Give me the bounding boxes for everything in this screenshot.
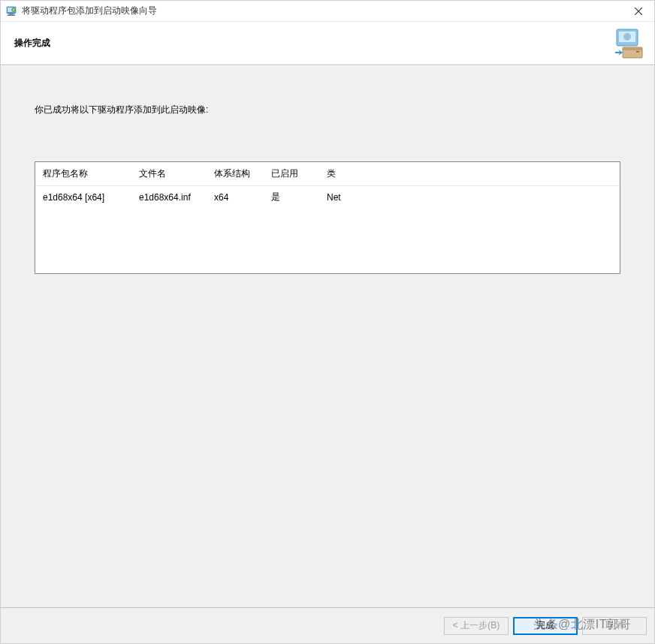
svg-rect-2 bbox=[9, 14, 14, 15]
column-enabled[interactable]: 已启用 bbox=[264, 162, 319, 186]
wizard-header: 操作完成 bbox=[1, 22, 654, 65]
svg-point-9 bbox=[623, 33, 631, 41]
driver-table-panel: 程序包名称 文件名 体系结构 已启用 类 e1d68x64 [x64] e1d6… bbox=[35, 161, 620, 274]
driver-table: 程序包名称 文件名 体系结构 已启用 类 e1d68x64 [x64] e1d6… bbox=[35, 162, 620, 208]
titlebar: 将驱动程序包添加到启动映像向导 bbox=[1, 1, 654, 22]
svg-rect-12 bbox=[636, 51, 639, 53]
cell-enabled: 是 bbox=[264, 186, 319, 209]
svg-rect-11 bbox=[623, 47, 642, 50]
column-package-name[interactable]: 程序包名称 bbox=[35, 162, 131, 186]
wizard-content: 你已成功将以下驱动程序添加到此启动映像: 程序包名称 文件名 体系结构 已启用 … bbox=[1, 65, 654, 607]
wizard-subtitle: 操作完成 bbox=[14, 37, 50, 50]
column-architecture[interactable]: 体系结构 bbox=[207, 162, 264, 186]
table-row[interactable]: e1d68x64 [x64] e1d68x64.inf x64 是 Net bbox=[35, 186, 620, 209]
wizard-footer: < 上一步(B) 完成 取消 头条@北漂IT郭哥 bbox=[1, 607, 654, 643]
table-header-row: 程序包名称 文件名 体系结构 已启用 类 bbox=[35, 162, 620, 186]
cell-package-name: e1d68x64 [x64] bbox=[35, 186, 131, 209]
finish-button[interactable]: 完成 bbox=[513, 617, 578, 635]
close-icon bbox=[635, 8, 642, 15]
app-icon bbox=[5, 5, 17, 17]
column-file-name[interactable]: 文件名 bbox=[131, 162, 207, 186]
column-class[interactable]: 类 bbox=[319, 162, 620, 186]
cancel-button: 取消 bbox=[582, 617, 647, 635]
window-title: 将驱动程序包添加到启动映像向导 bbox=[22, 5, 627, 17]
cell-class: Net bbox=[319, 186, 620, 209]
cell-architecture: x64 bbox=[207, 186, 264, 209]
instruction-text: 你已成功将以下驱动程序添加到此启动映像: bbox=[35, 104, 620, 116]
wizard-header-icon bbox=[612, 28, 647, 62]
cell-file-name: e1d68x64.inf bbox=[131, 186, 207, 209]
svg-rect-3 bbox=[8, 14, 15, 16]
close-button[interactable] bbox=[627, 2, 650, 20]
back-button: < 上一步(B) bbox=[444, 617, 509, 635]
